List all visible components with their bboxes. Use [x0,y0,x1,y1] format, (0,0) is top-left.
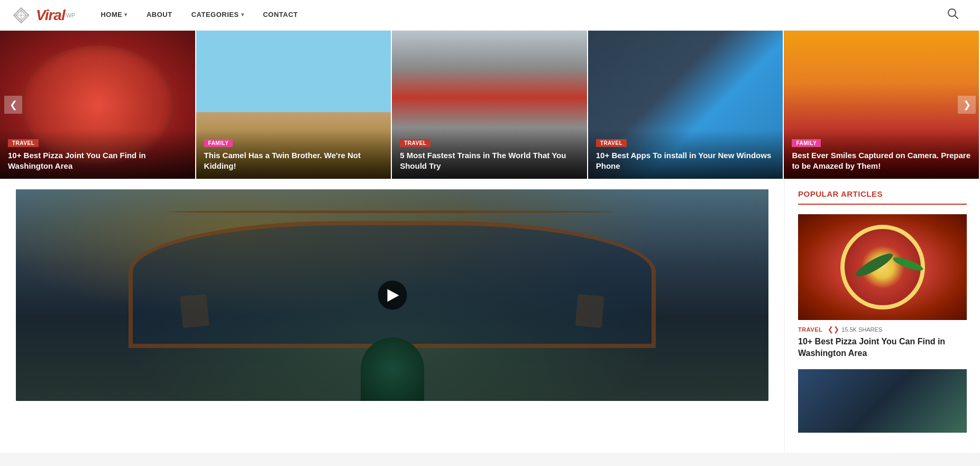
popular-article-1[interactable]: TRAVEL ❮❯ 15.5K SHARES 10+ Best Pizza Jo… [798,214,967,360]
slide-4[interactable]: TRAVEL 10+ Best Apps To install in Your … [588,31,784,179]
home-arrow-icon: ▾ [124,12,127,17]
nav-categories[interactable]: CATEGORIES ▾ [182,0,254,31]
slide-1[interactable]: TRAVEL 10+ Best Pizza Joint You Can Find… [0,31,196,179]
slide-5-overlay: FAMILY Best Ever Smiles Captured on Came… [784,130,979,179]
search-icon[interactable] [937,8,969,22]
logo[interactable]: ViralWP [11,5,75,26]
slide-2[interactable]: FAMILY This Camel Has a Twin Brother. We… [196,31,392,179]
slide-5-category: FAMILY [792,139,821,147]
slide-2-category: FAMILY [204,139,233,147]
slider-next-button[interactable]: ❯ [958,96,976,114]
popular-article-2[interactable] [798,369,967,433]
nav-about[interactable]: ABOUT [137,0,182,31]
slide-1-overlay: TRAVEL 10+ Best Pizza Joint You Can Find… [0,130,195,179]
header: ViralWP HOME ▾ ABOUT CATEGORIES ▾ CONTAC… [0,0,980,31]
slide-1-title: 10+ Best Pizza Joint You Can Find in Was… [8,150,187,171]
logo-wp: WP [66,12,76,19]
slide-1-category: TRAVEL [8,139,39,147]
main-content: POPULAR ARTICLES TRAVEL ❮❯ 15.5K SHARES … [0,179,980,453]
popular-article-1-image [798,214,967,320]
play-button[interactable] [378,281,407,310]
popular-article-1-title: 10+ Best Pizza Joint You Can Find in Was… [798,336,967,360]
popular-article-1-category: TRAVEL [798,326,822,333]
hero-slider: ❮ TRAVEL 10+ Best Pizza Joint You Can Fi… [0,31,980,179]
main-nav: HOME ▾ ABOUT CATEGORIES ▾ CONTACT [91,0,307,31]
slide-5[interactable]: FAMILY Best Ever Smiles Captured on Came… [784,31,980,179]
slide-2-title: This Camel Has a Twin Brother. We're Not… [204,150,383,171]
share-icon: ❮❯ [828,325,839,333]
slide-3-category: TRAVEL [400,139,431,147]
slide-3[interactable]: TRAVEL 5 Most Fastest Trains in The Worl… [392,31,588,179]
featured-video[interactable] [16,189,768,401]
popular-articles-title: POPULAR ARTICLES [798,189,967,205]
nav-home[interactable]: HOME ▾ [91,0,137,31]
nav-contact[interactable]: CONTACT [253,0,307,31]
svg-line-5 [955,16,958,19]
sidebar: POPULAR ARTICLES TRAVEL ❮❯ 15.5K SHARES … [784,179,980,453]
categories-arrow-icon: ▾ [241,12,244,17]
slide-3-overlay: TRAVEL 5 Most Fastest Trains in The Worl… [392,130,587,179]
logo-text: Viral [36,7,65,24]
slide-4-overlay: TRAVEL 10+ Best Apps To install in Your … [588,130,783,179]
play-icon [388,289,399,301]
logo-icon [11,5,32,26]
slide-5-title: Best Ever Smiles Captured on Camera. Pre… [792,150,971,171]
slide-4-title: 10+ Best Apps To install in Your New Win… [596,150,775,171]
slider-prev-button[interactable]: ❮ [4,96,22,114]
slide-2-overlay: FAMILY This Camel Has a Twin Brother. We… [196,130,391,179]
popular-article-1-shares: ❮❯ 15.5K SHARES [828,325,882,333]
slide-4-category: TRAVEL [596,139,627,147]
popular-article-2-image [798,369,967,433]
slide-3-title: 5 Most Fastest Trains in The World That … [400,150,579,171]
content-left [0,179,784,453]
popular-article-1-meta: TRAVEL ❮❯ 15.5K SHARES [798,325,967,333]
